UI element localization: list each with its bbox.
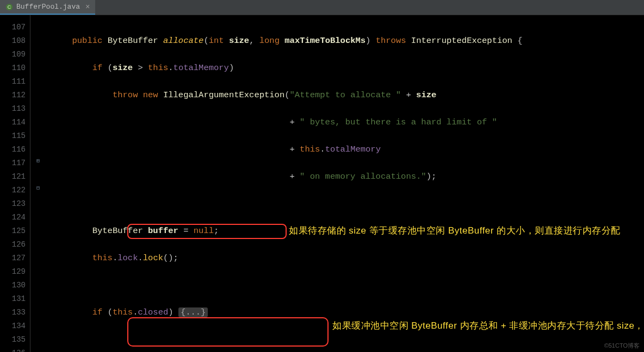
line-number: 112 xyxy=(0,89,26,102)
line-number: 121 xyxy=(0,170,26,184)
line-number: 133 xyxy=(0,306,26,319)
fold-column: ⊞ ⊟ xyxy=(30,15,47,352)
line-number: 107 xyxy=(0,21,26,34)
watermark: ©51CTO博客 xyxy=(604,342,640,350)
line-number: 115 xyxy=(0,129,26,143)
line-number: 113 xyxy=(0,102,26,116)
tab-bar: C BufferPool.java × xyxy=(0,0,644,15)
line-number: 127 xyxy=(0,252,26,265)
line-number: 110 xyxy=(0,61,26,75)
line-number: 117 xyxy=(0,156,26,170)
line-number: 135 xyxy=(0,333,26,347)
line-number: 109 xyxy=(0,48,26,61)
line-number: 124 xyxy=(0,211,26,224)
line-number: 116 xyxy=(0,143,26,156)
code-content[interactable]: public ByteBuffer allocate(int size, lon… xyxy=(47,15,644,352)
tab-filename: BufferPool.java xyxy=(16,3,80,11)
svg-text:C: C xyxy=(8,4,11,10)
line-number: 123 xyxy=(0,197,26,211)
folded-block[interactable]: {...} xyxy=(178,307,208,317)
line-number: 126 xyxy=(0,238,26,252)
java-class-icon: C xyxy=(5,3,13,11)
fold-collapse-icon[interactable]: ⊟ xyxy=(34,184,42,192)
line-number: 131 xyxy=(0,292,26,306)
fold-expand-icon[interactable]: ⊞ xyxy=(34,156,42,165)
close-icon[interactable]: × xyxy=(85,3,90,11)
line-number: 111 xyxy=(0,75,26,89)
line-number: 129 xyxy=(0,265,26,279)
line-number: 125 xyxy=(0,224,26,238)
line-number: 108 xyxy=(0,34,26,48)
editor-area: 107 108 109 110 111 112 113 114 115 116 … xyxy=(0,15,644,352)
line-number: 114 xyxy=(0,116,26,129)
line-number: 136 xyxy=(0,347,26,352)
annotation-text: 如果缓冲池中空闲 ByteBuffer 内存总和 + 非缓冲池内存大于待分配 s… xyxy=(332,320,644,332)
line-number: 122 xyxy=(0,184,26,197)
line-number: 130 xyxy=(0,279,26,292)
line-number-gutter: 107 108 109 110 111 112 113 114 115 116 … xyxy=(0,15,30,352)
line-number: 134 xyxy=(0,319,26,333)
file-tab-bufferpool[interactable]: C BufferPool.java × xyxy=(0,0,95,15)
annotation-text: 如果待存储的 size 等于缓存池中空闲 ByteBuffer 的大小，则直接进… xyxy=(289,225,637,237)
